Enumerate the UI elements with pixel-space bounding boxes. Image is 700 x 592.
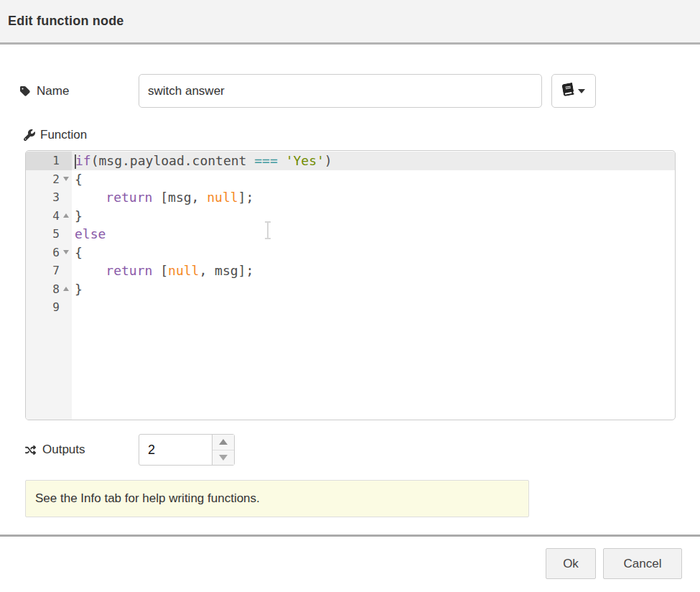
- name-label-text: Name: [37, 84, 69, 98]
- function-label: Function: [24, 126, 87, 144]
- editor-line[interactable]: 2{: [26, 170, 675, 189]
- code-token-plain: }: [75, 208, 83, 223]
- code-line[interactable]: if(msg.payload.content === 'Yes'): [72, 152, 675, 170]
- arrow-up-icon: [219, 439, 228, 445]
- edit-function-node-dialog: Edit function node Name Function 1if(msg…: [0, 0, 700, 592]
- mouse-ibeam-cursor: [263, 221, 273, 243]
- line-number: 2: [26, 170, 60, 189]
- name-label: Name: [20, 74, 69, 108]
- code-token-keyword: else: [75, 226, 106, 241]
- code-token-plain: {: [75, 245, 83, 260]
- line-number-cell[interactable]: 4: [26, 207, 72, 226]
- shuffle-icon: [24, 445, 37, 455]
- editor-line[interactable]: 4}: [26, 207, 675, 226]
- line-number: 5: [26, 225, 60, 244]
- code-token-plain: ];: [238, 190, 254, 205]
- fold-close-icon[interactable]: [63, 213, 69, 218]
- info-tip-text: See the Info tab for help writing functi…: [35, 491, 260, 506]
- code-line[interactable]: return [msg, null];: [72, 188, 675, 207]
- function-label-text: Function: [40, 128, 87, 142]
- wrench-icon: [24, 129, 35, 141]
- editor-rows: 1if(msg.payload.content === 'Yes')2{3 re…: [26, 152, 675, 317]
- code-token-operator: ===: [254, 153, 278, 168]
- code-token-plain: ): [325, 153, 332, 168]
- code-token-plain: [75, 263, 106, 278]
- editor-line[interactable]: 5else: [26, 225, 675, 244]
- caret-down-icon: [578, 89, 585, 93]
- code-token-string: 'Yes': [286, 153, 325, 168]
- line-number-cell[interactable]: 8: [26, 280, 72, 299]
- editor-line[interactable]: 8}: [26, 280, 675, 299]
- dialog-title: Edit function node: [8, 14, 124, 29]
- code-token-constant: null: [168, 263, 199, 278]
- code-line[interactable]: return [null, msg];: [72, 262, 675, 280]
- editor-line[interactable]: 1if(msg.payload.content === 'Yes'): [26, 152, 675, 170]
- code-line[interactable]: [72, 298, 675, 317]
- code-line[interactable]: {: [72, 170, 675, 189]
- code-token-plain: [278, 153, 286, 168]
- code-token-plain: [75, 190, 106, 205]
- code-token-plain: [: [152, 263, 168, 278]
- code-token-plain: , msg];: [199, 263, 253, 278]
- line-number: 7: [26, 262, 60, 280]
- outputs-label-text: Outputs: [42, 443, 85, 457]
- code-token-plain: }: [75, 282, 83, 297]
- line-number-cell[interactable]: 6: [26, 244, 72, 262]
- code-token-plain: {: [75, 172, 83, 187]
- line-number-cell[interactable]: 2: [26, 170, 72, 189]
- line-number: 6: [26, 244, 60, 262]
- editor-line[interactable]: 9: [26, 298, 675, 317]
- outputs-label: Outputs: [24, 434, 85, 466]
- dialog-header: Edit function node: [0, 0, 700, 45]
- code-token-plain: [msg,: [152, 190, 207, 205]
- line-number: 1: [26, 152, 60, 170]
- code-token-keyword: return: [106, 263, 152, 278]
- line-number-cell[interactable]: 1: [26, 152, 72, 170]
- code-line[interactable]: else: [72, 225, 675, 244]
- ok-button[interactable]: Ok: [546, 548, 596, 579]
- book-icon: [561, 83, 574, 99]
- outputs-input[interactable]: [139, 435, 213, 465]
- code-editor[interactable]: 1if(msg.payload.content === 'Yes')2{3 re…: [25, 150, 676, 420]
- footer-divider: [0, 535, 700, 537]
- spinner-buttons: [212, 435, 234, 465]
- code-token-keyword: if: [75, 153, 91, 168]
- cancel-button[interactable]: Cancel: [603, 548, 682, 579]
- code-line[interactable]: }: [72, 207, 675, 226]
- name-input[interactable]: [139, 74, 542, 108]
- fold-open-icon[interactable]: [63, 250, 69, 254]
- fold-close-icon[interactable]: [63, 287, 69, 291]
- line-number: 4: [26, 207, 60, 226]
- code-token-plain: (msg.payload.content: [91, 153, 255, 168]
- line-number: 9: [26, 298, 60, 317]
- info-tip: See the Info tab for help writing functi…: [25, 480, 529, 517]
- line-number-cell[interactable]: 9: [26, 298, 72, 317]
- line-number-cell[interactable]: 5: [26, 225, 72, 244]
- outputs-decrement-button[interactable]: [213, 450, 234, 466]
- library-button[interactable]: [551, 74, 596, 108]
- line-number-cell[interactable]: 7: [26, 262, 72, 280]
- line-number-cell[interactable]: 3: [26, 188, 72, 207]
- editor-line[interactable]: 6{: [26, 244, 675, 262]
- line-number: 8: [26, 280, 60, 299]
- arrow-down-icon: [219, 455, 228, 461]
- code-line[interactable]: {: [72, 244, 675, 262]
- editor-line[interactable]: 7 return [null, msg];: [26, 262, 675, 280]
- code-line[interactable]: }: [72, 280, 675, 299]
- editor-line[interactable]: 3 return [msg, null];: [26, 188, 675, 207]
- tag-icon: [20, 85, 32, 97]
- code-token-constant: null: [207, 190, 238, 205]
- outputs-spinner: [139, 434, 235, 466]
- code-token-keyword: return: [106, 190, 152, 205]
- line-number: 3: [26, 188, 60, 207]
- fold-open-icon[interactable]: [63, 177, 69, 181]
- outputs-increment-button[interactable]: [213, 435, 234, 450]
